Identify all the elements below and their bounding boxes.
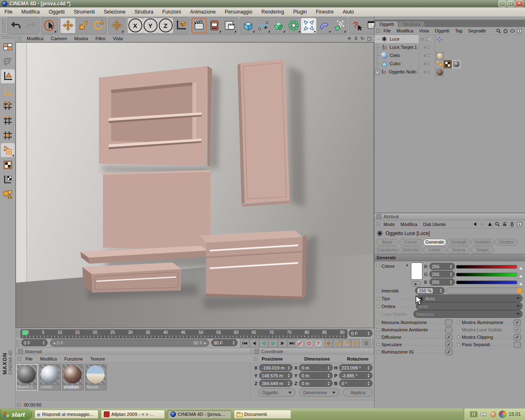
minimize-button[interactable]: _ [498, 0, 506, 7]
goto-start-button[interactable] [240, 339, 249, 347]
vp-menu-modifica[interactable]: Modifica [23, 36, 47, 41]
rot-p-field[interactable]: -3.885 °▲▼ [339, 372, 372, 379]
anim-dot[interactable] [457, 321, 460, 324]
add-panel-icon[interactable] [517, 221, 522, 227]
tab-base[interactable]: Base [376, 239, 399, 246]
coords-grip[interactable] [253, 356, 258, 361]
add-particles-button[interactable] [331, 18, 347, 33]
record-parameter-button[interactable]: Ⓟ [351, 339, 360, 347]
keyboard-icon[interactable] [480, 411, 487, 418]
task-cinema4d[interactable]: CINEMA 4D - [prova.... [167, 410, 231, 419]
texture-mode-button[interactable] [1, 158, 15, 172]
tab-oggetti[interactable]: Oggetti [375, 21, 398, 27]
om-menu-oggetti[interactable]: Oggetti [432, 28, 452, 33]
luce-target-toggles[interactable] [419, 43, 434, 51]
tab-ombra[interactable]: Ombra [495, 239, 518, 246]
restore-button[interactable]: ❐ [507, 0, 515, 7]
previous-frame-button[interactable] [250, 339, 259, 347]
om-menu-segnalib[interactable]: Segnalib [465, 28, 488, 33]
mat-menu-modifica[interactable]: Modifica [37, 356, 61, 361]
material-tag-selected[interactable] [452, 60, 460, 68]
home-icon[interactable] [503, 28, 508, 34]
pos-x-field[interactable]: -196.019 m▲▼ [259, 364, 292, 371]
nessuna-illuminazione-checkbox[interactable] [445, 320, 452, 326]
point-mode-button[interactable] [1, 99, 15, 113]
pos-y-field[interactable]: 148.576 m▲▼ [259, 372, 292, 379]
vp-pan-icon[interactable]: ✢ [347, 36, 351, 41]
dim-z-field[interactable]: 0 m▲▼ [299, 380, 332, 387]
cielo-toggles[interactable] [419, 51, 434, 59]
anim-dot[interactable] [377, 350, 380, 354]
panel-icon[interactable] [18, 349, 23, 354]
nullo-toggles[interactable] [419, 68, 434, 76]
add-panel-icon[interactable] [517, 28, 522, 34]
render-settings-button[interactable] [222, 18, 237, 33]
tab-struttura[interactable]: Struttura [399, 21, 424, 27]
vp-zoom-icon[interactable]: ⇕ [354, 36, 358, 41]
vp-rotate-icon[interactable]: ↻ [361, 36, 365, 41]
keyframe-selection-button[interactable] [314, 339, 323, 348]
attr-menu-dati-utente[interactable]: Dati Utente [420, 222, 449, 227]
oggetto-dropdown[interactable]: Oggetto [258, 388, 295, 397]
record-position-button[interactable] [324, 339, 333, 347]
cubo-tags[interactable] [436, 60, 460, 68]
rot-b-field[interactable]: 0 °▲▼ [339, 380, 372, 387]
materials-grip[interactable] [17, 356, 22, 361]
live-selection-button[interactable] [42, 18, 57, 33]
anim-dot[interactable] [377, 289, 380, 292]
dim-y-field[interactable]: 0 m▲▼ [299, 372, 332, 379]
redo-button[interactable] [23, 18, 39, 33]
rotate-tool-button[interactable] [91, 18, 106, 33]
polygon-mode-button[interactable] [1, 128, 15, 142]
luce-tags[interactable] [436, 35, 443, 43]
make-editable-button[interactable] [1, 40, 15, 54]
phong-tag[interactable] [436, 61, 443, 68]
pass-separati-checkbox[interactable] [514, 342, 521, 348]
menu-funzioni[interactable]: Funzioni [158, 9, 185, 15]
task-documenti[interactable]: Documenti [234, 410, 291, 419]
cielo-tags[interactable] [436, 52, 444, 60]
next-frame-button[interactable] [278, 339, 287, 347]
viewport-grip[interactable] [17, 36, 22, 41]
model-mode-button[interactable] [1, 69, 15, 83]
lock-y-button[interactable]: Y [143, 18, 158, 33]
vp-menu-mostra[interactable]: Mostra [71, 36, 92, 41]
anim-dot[interactable] [377, 264, 380, 267]
speculare-checkbox[interactable]: ✓ [445, 342, 452, 348]
convert-button-disabled[interactable] [1, 55, 15, 68]
mat-menu-texture[interactable]: Texture [87, 356, 109, 361]
anim-dot[interactable] [377, 343, 380, 346]
menu-aiuto[interactable]: Aiuto [338, 9, 358, 15]
range-left-arrow[interactable]: ◂ [53, 340, 55, 346]
object-axis-mode-button[interactable] [1, 84, 15, 98]
last-tool-button[interactable] [109, 18, 124, 33]
menu-selezione[interactable]: Selezione [99, 9, 130, 15]
menu-file[interactable]: File [0, 9, 17, 15]
record-keyframe-button[interactable] [295, 339, 304, 348]
red-slider[interactable] [456, 265, 517, 269]
tab-visibilita[interactable]: Visibilità [471, 239, 494, 246]
menu-strumenti[interactable]: Strumenti [69, 9, 99, 15]
timeline-grip-2[interactable] [16, 340, 20, 347]
range-right-arrow[interactable]: ▸ [204, 340, 206, 346]
tab-coord[interactable]: Coord. [399, 239, 422, 246]
vp-menu-filtro[interactable]: Filtro [92, 36, 109, 41]
attr-menu-modo[interactable]: Modo [381, 222, 398, 227]
rail-grip[interactable] [2, 36, 14, 39]
panel-icon[interactable] [254, 349, 259, 354]
tab-dettagli[interactable]: Dettagli [447, 239, 470, 246]
frame-field-top[interactable]: 0 F▲▼ [349, 330, 372, 337]
double-circle-icon[interactable] [509, 221, 515, 227]
tab-scena[interactable]: Scena [447, 247, 470, 253]
om-menu-tag[interactable]: Tag [452, 28, 465, 33]
timeline-ruler[interactable]: 051015202530354045505560657075808590 [21, 329, 347, 338]
menu-struttura[interactable]: Struttura [130, 9, 158, 15]
current-frame-field[interactable]: 0 F▲▼ [21, 339, 48, 346]
clock[interactable]: 15.01 [509, 411, 521, 417]
menu-animazione[interactable]: Animazione [185, 9, 220, 15]
material-item[interactable]: Nuovo.1 [16, 364, 38, 390]
material-item[interactable]: Nuovo [85, 364, 107, 390]
intensity-field[interactable]: 150 %▲▼ [415, 287, 445, 294]
history-forward-icon[interactable] [480, 221, 485, 227]
applica-button[interactable]: Applica [343, 388, 372, 397]
